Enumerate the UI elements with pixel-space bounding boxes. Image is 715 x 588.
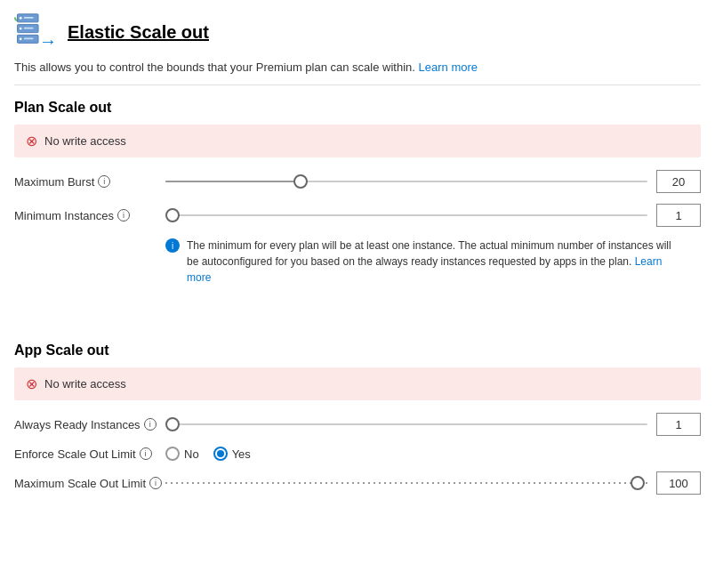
svg-point-4 bbox=[20, 28, 22, 30]
enforce-scale-out-radio-group: No Yes bbox=[165, 447, 701, 461]
enforce-scale-out-label-cell: Enforce Scale Out Limit i bbox=[14, 447, 165, 461]
plan-info-message: i The minimum for every plan will be at … bbox=[165, 238, 701, 286]
maximum-burst-value: 20 bbox=[656, 170, 701, 193]
enforce-scale-out-yes-radio-inner bbox=[217, 450, 224, 457]
page-subtitle: This allows you to control the bounds th… bbox=[14, 60, 701, 85]
svg-point-7 bbox=[20, 38, 22, 41]
plan-error-icon: ⊗ bbox=[26, 133, 37, 149]
minimum-instances-thumb[interactable] bbox=[165, 208, 180, 222]
svg-rect-2 bbox=[24, 17, 34, 19]
always-ready-instances-row: Always Ready Instances i 1 bbox=[14, 413, 701, 436]
maximum-burst-thumb[interactable] bbox=[293, 174, 308, 189]
always-ready-info-icon[interactable]: i bbox=[144, 418, 157, 431]
max-scale-out-label: Maximum Scale Out Limit bbox=[14, 477, 146, 490]
always-ready-label-cell: Always Ready Instances i bbox=[14, 418, 165, 431]
maximum-burst-info-icon[interactable]: i bbox=[98, 175, 110, 188]
max-scale-out-slider-cell[interactable]: 100 bbox=[165, 471, 701, 495]
minimum-instances-track[interactable] bbox=[165, 214, 647, 216]
plan-no-access-banner: ⊗ No write access bbox=[14, 125, 701, 157]
minimum-instances-label-cell: Minimum Instances i bbox=[14, 209, 165, 222]
maximum-burst-track[interactable] bbox=[165, 181, 647, 182]
page-header: → Elastic Scale out bbox=[14, 11, 701, 53]
plan-scale-out-title: Plan Scale out bbox=[14, 100, 701, 116]
plan-info-circle-icon: i bbox=[165, 238, 180, 253]
app-scale-out-title: App Scale out bbox=[14, 342, 701, 358]
app-error-icon: ⊗ bbox=[26, 375, 37, 392]
enforce-scale-out-yes-label: Yes bbox=[232, 447, 251, 461]
subtitle-learn-more-link[interactable]: Learn more bbox=[419, 60, 478, 74]
svg-rect-5 bbox=[24, 28, 34, 29]
svg-rect-8 bbox=[24, 38, 34, 40]
minimum-instances-slider-cell[interactable]: 1 bbox=[165, 204, 701, 227]
max-scale-out-ticks-container[interactable] bbox=[165, 481, 647, 485]
app-no-access-banner: ⊗ No write access bbox=[14, 367, 701, 400]
minimum-instances-value: 1 bbox=[656, 204, 701, 227]
header-icon: → bbox=[14, 11, 57, 53]
max-scale-out-limit-row: Maximum Scale Out Limit i 100 bbox=[14, 471, 701, 495]
always-ready-slider-cell[interactable]: 1 bbox=[165, 413, 701, 436]
enforce-scale-out-yes-option[interactable]: Yes bbox=[213, 447, 251, 461]
maximum-burst-fill bbox=[165, 181, 301, 182]
maximum-burst-label-cell: Maximum Burst i bbox=[14, 175, 165, 189]
minimum-instances-info-icon[interactable]: i bbox=[117, 209, 130, 222]
max-scale-out-value: 100 bbox=[656, 471, 701, 495]
max-scale-out-thumb[interactable] bbox=[631, 476, 645, 490]
minimum-instances-row: Minimum Instances i 1 bbox=[14, 204, 701, 227]
always-ready-label: Always Ready Instances bbox=[14, 418, 141, 431]
page-title: Elastic Scale out bbox=[68, 22, 209, 43]
server-icon-wrapper bbox=[14, 14, 21, 21]
always-ready-track[interactable] bbox=[165, 423, 647, 425]
enforce-scale-out-label: Enforce Scale Out Limit bbox=[14, 447, 136, 461]
svg-point-1 bbox=[20, 17, 22, 20]
max-scale-out-info-icon[interactable]: i bbox=[149, 477, 162, 489]
plan-no-access-text: No write access bbox=[44, 134, 126, 148]
always-ready-thumb[interactable] bbox=[165, 417, 180, 431]
max-scale-out-label-cell: Maximum Scale Out Limit i bbox=[14, 477, 165, 490]
plan-info-message-text: The minimum for every plan will be at le… bbox=[187, 238, 685, 286]
enforce-scale-out-no-option[interactable]: No bbox=[165, 447, 199, 461]
enforce-scale-out-no-radio[interactable] bbox=[165, 447, 180, 461]
app-no-access-text: No write access bbox=[44, 377, 126, 391]
enforce-scale-out-info-icon[interactable]: i bbox=[140, 447, 152, 460]
maximum-burst-label: Maximum Burst bbox=[14, 175, 94, 189]
enforce-scale-out-yes-radio[interactable] bbox=[213, 447, 228, 461]
maximum-burst-slider-cell[interactable]: 20 bbox=[165, 170, 701, 193]
enforce-scale-out-row: Enforce Scale Out Limit i No Yes bbox=[14, 447, 701, 461]
enforce-scale-out-no-label: No bbox=[184, 447, 199, 461]
maximum-burst-row: Maximum Burst i 20 bbox=[14, 170, 701, 193]
arrow-icon: → bbox=[39, 31, 57, 52]
max-scale-out-tick-track[interactable] bbox=[165, 482, 647, 484]
minimum-instances-label: Minimum Instances bbox=[14, 209, 114, 222]
always-ready-value: 1 bbox=[656, 413, 701, 436]
